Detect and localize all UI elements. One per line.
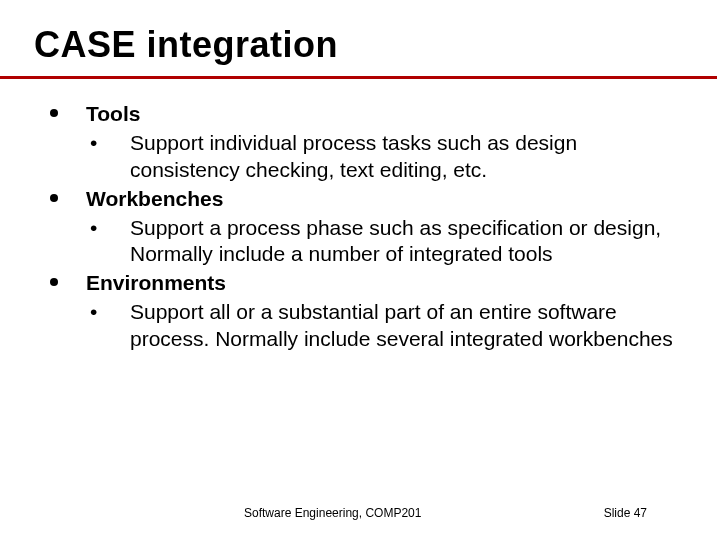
bullet-icon: • <box>90 215 97 242</box>
list-subitem: • Support a process phase such as specif… <box>44 215 677 269</box>
content-area: Tools • Support individual process tasks… <box>0 79 717 353</box>
slide-title: CASE integration <box>34 24 717 66</box>
item-label: Tools <box>86 102 140 125</box>
title-block: CASE integration <box>0 0 717 66</box>
bullet-icon <box>50 278 58 286</box>
bullet-icon <box>50 109 58 117</box>
item-description: Support individual process tasks such as… <box>130 131 577 181</box>
bullet-icon: • <box>90 130 97 157</box>
list-item: Workbenches <box>44 186 677 213</box>
item-description: Support all or a substantial part of an … <box>130 300 673 350</box>
list-item: Tools <box>44 101 677 128</box>
bullet-icon: • <box>90 299 97 326</box>
list-subitem: • Support all or a substantial part of a… <box>44 299 677 353</box>
bullet-icon <box>50 194 58 202</box>
footer-course: Software Engineering, COMP201 <box>244 506 421 520</box>
footer-slide-number: Slide 47 <box>604 506 647 520</box>
list-item: Environments <box>44 270 677 297</box>
slide: CASE integration Tools • Support individ… <box>0 0 717 538</box>
item-description: Support a process phase such as specific… <box>130 216 661 266</box>
item-label: Environments <box>86 271 226 294</box>
item-label: Workbenches <box>86 187 223 210</box>
list-subitem: • Support individual process tasks such … <box>44 130 677 184</box>
